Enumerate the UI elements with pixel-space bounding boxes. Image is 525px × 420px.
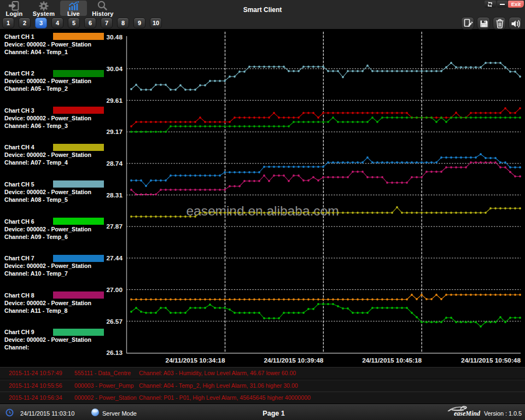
svg-text:27.00: 27.00 [106, 286, 122, 294]
svg-text:24/11/2015 10:34:18: 24/11/2015 10:34:18 [166, 357, 225, 364]
svg-text:28.74: 28.74 [106, 160, 122, 167]
svg-text:easeMind: easeMind [454, 410, 481, 417]
svg-text:24/11/2015 10:45:18: 24/11/2015 10:45:18 [362, 357, 422, 364]
svg-text:30.04: 30.04 [106, 65, 122, 73]
svg-text:30.48: 30.48 [106, 33, 122, 41]
svg-text:29.17: 29.17 [106, 128, 122, 136]
svg-text:24/11/2015 10:50:48: 24/11/2015 10:50:48 [461, 357, 521, 364]
svg-text:26.57: 26.57 [106, 318, 122, 325]
svg-text:easemind.en.alibaba.com: easemind.en.alibaba.com [186, 203, 339, 218]
svg-text:27.87: 27.87 [106, 223, 122, 230]
svg-text:28.31: 28.31 [106, 191, 122, 199]
svg-text:24/11/2015 10:39:48: 24/11/2015 10:39:48 [264, 357, 323, 364]
svg-text:27.44: 27.44 [106, 254, 122, 262]
svg-text:26.13: 26.13 [106, 349, 122, 357]
svg-text:29.61: 29.61 [106, 97, 122, 104]
